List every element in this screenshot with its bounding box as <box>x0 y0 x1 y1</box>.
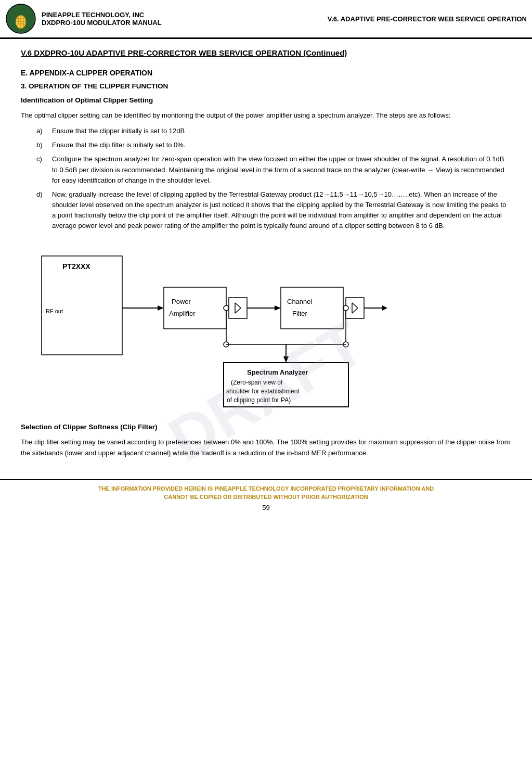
svg-text:of clipping point for PA): of clipping point for PA) <box>227 396 291 404</box>
list-item-label: c) <box>36 154 52 185</box>
svg-marker-25 <box>275 305 281 311</box>
svg-point-35 <box>224 305 229 311</box>
header-text: PINEAPPLE TECHNOLOGY, INC DXDPRO-10U MOD… <box>36 11 328 27</box>
svg-rect-16 <box>164 287 226 329</box>
svg-marker-15 <box>158 305 164 311</box>
company-logo <box>5 3 36 34</box>
svg-text:shoulder for establishment: shoulder for establishment <box>226 388 300 395</box>
footer-line1: THE INFORMATION PROVIDED HEREIN IS PINEA… <box>21 484 511 493</box>
list-item-label: b) <box>36 140 52 150</box>
list-item-text: Ensure that the clip filter is initially… <box>52 140 511 150</box>
list-item-label: a) <box>36 126 52 136</box>
svg-rect-19 <box>229 298 247 318</box>
softness-heading: Selection of Clipper Softness (Clip Filt… <box>21 423 511 431</box>
company-name: PINEAPPLE TECHNOLOGY, INC <box>42 11 328 19</box>
list-item-text: Now, gradually increase the level of cli… <box>52 189 511 232</box>
list-item: a)Ensure that the clipper initially is s… <box>36 126 511 136</box>
list-item-text: Configure the spectrum analyzer for zero… <box>52 154 511 185</box>
svg-point-36 <box>343 305 348 311</box>
list-item: d)Now, gradually increase the level of c… <box>36 189 511 232</box>
svg-marker-34 <box>382 305 387 311</box>
page-title: V.6 DXDPRO-10U ADAPTIVE PRE-CORRECTOR WE… <box>21 48 511 57</box>
svg-text:RF out: RF out <box>46 308 63 314</box>
list-item: c)Configure the spectrum analyzer for ze… <box>36 154 511 185</box>
main-content: V.6 DXDPRO-10U ADAPTIVE PRE-CORRECTOR WE… <box>0 39 532 469</box>
svg-rect-26 <box>281 287 343 329</box>
diagram-container: PT2XXX RF out Power Amplifier Channel Fi… <box>36 240 511 414</box>
svg-marker-44 <box>283 356 289 363</box>
footer-line2: CANNOT BE COPIED OR DISTRIBUTED WITHOUT … <box>21 493 511 502</box>
steps-list: a)Ensure that the clipper initially is s… <box>36 126 511 231</box>
svg-text:Amplifier: Amplifier <box>169 310 196 317</box>
svg-text:PT2XXX: PT2XXX <box>62 262 90 271</box>
section-title-header: V.6. ADAPTIVE PRE-CORRECTOR WEB SERVICE … <box>328 15 527 23</box>
page-header: PINEAPPLE TECHNOLOGY, INC DXDPRO-10U MOD… <box>0 0 532 39</box>
section-e-heading: E. APPENDIX-A CLIPPER OPERATION <box>21 69 511 77</box>
list-item: b)Ensure that the clip filter is initial… <box>36 140 511 150</box>
svg-rect-11 <box>42 256 122 355</box>
svg-text:Power: Power <box>172 298 191 305</box>
softness-text: The clip filter setting may be varied ac… <box>21 437 511 458</box>
svg-text:Filter: Filter <box>292 310 308 317</box>
sub-heading-1: 3. OPERATION OF THE CLIPPER FUNCTION <box>21 82 511 90</box>
page-number: 59 <box>21 504 511 511</box>
svg-text:Spectrum Analyzer: Spectrum Analyzer <box>247 368 308 376</box>
list-item-label: d) <box>36 189 52 232</box>
intro-text: The optimal clipper setting can be ident… <box>21 110 511 121</box>
list-item-text: Ensure that the clipper initially is set… <box>52 126 511 136</box>
svg-text:Channel: Channel <box>287 298 313 305</box>
sub-heading-2: Identification of Optimal Clipper Settin… <box>21 96 511 104</box>
manual-name: DXDPRO-10U MODULATOR MANUAL <box>42 19 328 27</box>
page-footer: THE INFORMATION PROVIDED HEREIN IS PINEA… <box>0 479 532 511</box>
svg-text:(Zero-span view of: (Zero-span view of <box>231 379 283 386</box>
circuit-diagram: PT2XXX RF out Power Amplifier Channel Fi… <box>36 240 390 412</box>
